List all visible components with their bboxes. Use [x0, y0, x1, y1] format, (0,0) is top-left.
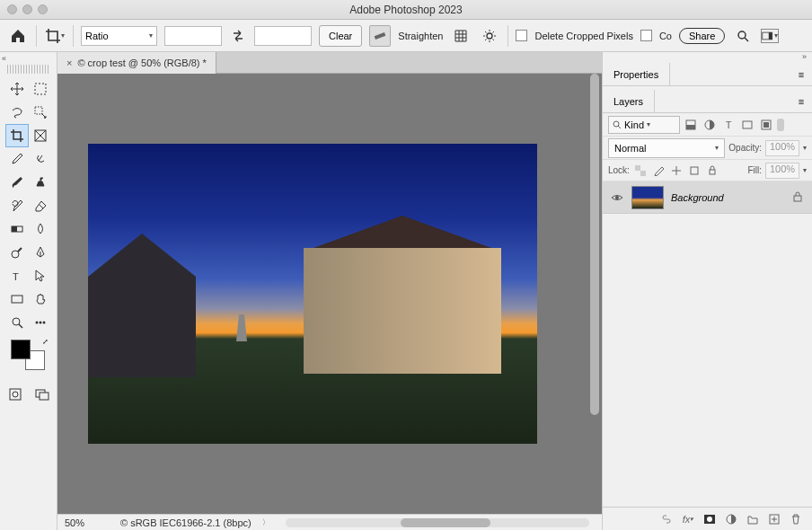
document-info[interactable]: © sRGB IEC61966-2.1 (8bpc) — [120, 517, 252, 528]
new-layer-icon[interactable] — [767, 512, 781, 526]
document-tab[interactable]: × © crop test @ 50% (RGB/8) * — [57, 52, 216, 74]
vertical-scrollbar[interactable] — [589, 74, 600, 514]
search-button[interactable] — [732, 25, 754, 47]
link-layers-icon[interactable] — [659, 512, 674, 526]
history-brush-tool[interactable] — [5, 194, 29, 217]
rectangle-tool[interactable] — [5, 287, 29, 311]
panel-collapse-toggle[interactable]: » — [603, 52, 812, 63]
crop-ratio-dropdown[interactable]: Ratio ▾ — [81, 26, 157, 46]
group-icon[interactable] — [746, 512, 760, 526]
share-button[interactable]: Share — [679, 28, 725, 44]
eyedropper-tool[interactable] — [5, 147, 29, 171]
layer-style-icon[interactable]: fx▾ — [681, 512, 695, 526]
path-select-tool[interactable] — [29, 264, 52, 287]
image-content — [228, 314, 255, 341]
blur-tool[interactable] — [29, 217, 52, 241]
adjustment-layer-icon[interactable] — [724, 512, 738, 526]
panel-menu-icon[interactable]: ≡ — [790, 90, 812, 112]
lock-artboard-icon[interactable] — [687, 163, 702, 178]
lock-all-icon[interactable] — [705, 163, 719, 178]
quick-select-tool[interactable] — [29, 101, 52, 124]
frame-tool[interactable] — [29, 124, 52, 147]
layer-mask-icon[interactable] — [702, 512, 717, 526]
collapse-toggle[interactable]: « — [2, 54, 11, 63]
info-chevron-icon[interactable]: 〉 — [262, 517, 269, 527]
chevron-down-icon[interactable]: ▾ — [803, 144, 807, 152]
lock-image-icon[interactable] — [651, 163, 666, 178]
svg-point-24 — [13, 392, 18, 397]
home-button[interactable] — [7, 25, 29, 47]
gradient-tool[interactable] — [5, 217, 29, 241]
zoom-tool[interactable] — [5, 311, 29, 334]
svg-rect-35 — [635, 165, 640, 171]
panel-grip[interactable] — [7, 65, 50, 74]
visibility-toggle[interactable] — [610, 190, 624, 205]
filter-smart-icon[interactable] — [758, 117, 774, 133]
lock-icon[interactable] — [792, 191, 805, 204]
zoom-level[interactable]: 50% — [65, 517, 110, 528]
foreground-color-swatch[interactable] — [11, 340, 31, 359]
separator — [508, 25, 508, 47]
lock-label: Lock: — [608, 165, 630, 175]
svg-line-3 — [745, 38, 748, 41]
quick-mask-button[interactable] — [4, 383, 27, 406]
swap-colors-icon[interactable]: ⤢ — [42, 338, 49, 346]
svg-point-42 — [707, 517, 712, 522]
clear-button[interactable]: Clear — [319, 25, 362, 47]
healing-tool[interactable] — [29, 147, 52, 171]
crop-tool[interactable] — [5, 124, 29, 147]
lock-transparency-icon[interactable] — [633, 163, 648, 178]
svg-rect-7 — [35, 107, 42, 114]
screen-mode-button[interactable] — [31, 383, 54, 406]
document-tab-title: © crop test @ 50% (RGB/8) * — [77, 57, 206, 68]
delete-layer-icon[interactable] — [789, 512, 803, 526]
filter-shape-icon[interactable] — [739, 117, 755, 133]
crop-tool-indicator-icon[interactable]: ▾ — [44, 25, 66, 47]
scrollbar-thumb[interactable] — [590, 74, 599, 415]
clone-stamp-tool[interactable] — [29, 171, 52, 194]
filter-type-icon[interactable]: T — [720, 117, 737, 133]
type-tool[interactable]: T — [5, 264, 29, 287]
horizontal-scrollbar[interactable] — [286, 518, 589, 527]
crop-width-input[interactable] — [164, 26, 222, 46]
layer-name[interactable]: Background — [671, 192, 785, 203]
tab-layers[interactable]: Layers — [603, 90, 655, 112]
separator — [36, 25, 37, 47]
crop-height-input[interactable] — [254, 26, 312, 46]
dodge-tool[interactable] — [5, 241, 29, 264]
eraser-tool[interactable] — [29, 194, 52, 217]
blend-mode-dropdown[interactable]: Normal▾ — [608, 138, 725, 158]
lasso-tool[interactable] — [5, 101, 29, 124]
filter-adjustment-icon[interactable] — [702, 117, 718, 133]
canvas[interactable] — [57, 74, 602, 514]
layer-thumbnail[interactable] — [631, 186, 664, 209]
panel-menu-icon[interactable]: ≡ — [790, 63, 812, 85]
filter-pixel-icon[interactable] — [683, 117, 699, 133]
content-aware-checkbox[interactable] — [640, 30, 652, 41]
lock-position-icon[interactable] — [669, 163, 684, 178]
marquee-tool[interactable] — [29, 77, 52, 101]
chevron-down-icon[interactable]: ▾ — [803, 166, 807, 174]
crop-settings-button[interactable] — [479, 25, 500, 47]
close-tab-icon[interactable]: × — [66, 57, 72, 68]
workspace-switcher[interactable]: ▾ — [761, 29, 779, 43]
brush-tool[interactable] — [5, 171, 29, 194]
scrollbar-thumb[interactable] — [401, 518, 490, 527]
edit-toolbar[interactable] — [29, 311, 52, 334]
layer-row[interactable]: Background — [603, 181, 812, 214]
tab-properties[interactable]: Properties — [603, 63, 670, 85]
overlay-grid-button[interactable] — [450, 25, 472, 47]
swap-dimensions-button[interactable] — [229, 27, 247, 45]
hand-tool[interactable] — [29, 287, 52, 311]
opacity-input[interactable]: 100% — [765, 140, 799, 156]
svg-rect-0 — [375, 32, 386, 40]
delete-cropped-checkbox[interactable] — [516, 30, 527, 41]
color-swatches[interactable]: ⤢ — [11, 340, 47, 374]
pen-tool[interactable] — [29, 241, 52, 264]
filter-toggle[interactable] — [777, 119, 784, 131]
straighten-tool-icon[interactable] — [369, 25, 391, 47]
fill-input[interactable]: 100% — [765, 163, 799, 179]
filter-kind-dropdown[interactable]: Kind ▾ — [608, 116, 680, 134]
svg-rect-26 — [40, 393, 49, 400]
move-tool[interactable] — [5, 77, 29, 101]
